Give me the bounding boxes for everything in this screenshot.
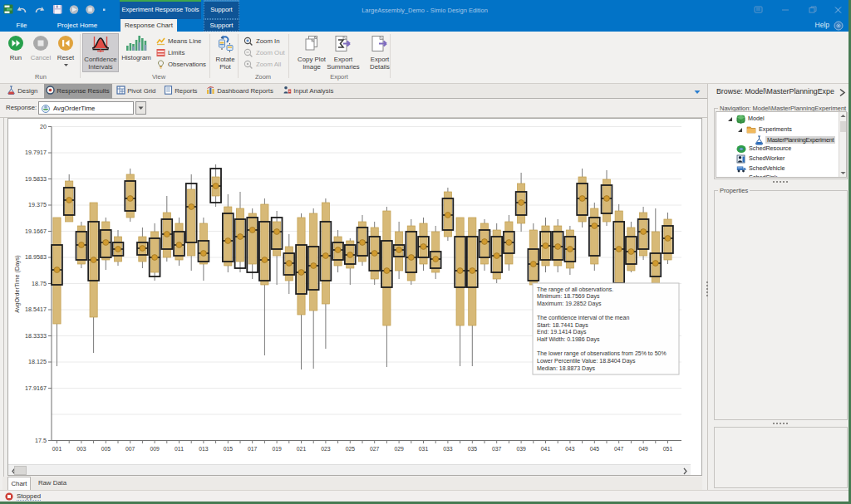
svg-text:021: 021	[297, 446, 307, 452]
svg-text:049: 049	[638, 446, 648, 452]
svg-text:003: 003	[76, 446, 86, 452]
svg-text:051: 051	[663, 446, 673, 452]
svg-text:19.375: 19.375	[28, 201, 47, 208]
svg-text:Maximum: 19.2852 Days: Maximum: 19.2852 Days	[537, 301, 602, 307]
svg-text:The lower range of observation: The lower range of observations from 25%…	[537, 350, 667, 357]
svg-text:Start: 18.7441 Days: Start: 18.7441 Days	[537, 322, 588, 329]
svg-text:019: 019	[272, 446, 282, 452]
svg-text:013: 013	[199, 446, 209, 452]
svg-text:18.3333: 18.3333	[25, 332, 47, 340]
svg-text:18.75: 18.75	[32, 280, 47, 287]
svg-text:029: 029	[394, 446, 404, 452]
svg-text:18.125: 18.125	[28, 358, 47, 365]
svg-text:035: 035	[468, 446, 478, 452]
svg-text:The confidence interval of the: The confidence interval of the mean	[537, 315, 629, 321]
svg-text:The range of all observations.: The range of all observations.	[537, 286, 613, 293]
svg-text:19.5833: 19.5833	[25, 175, 47, 183]
svg-text:027: 027	[370, 446, 380, 452]
svg-text:045: 045	[590, 446, 600, 452]
svg-text:041: 041	[541, 446, 551, 452]
svg-text:039: 039	[516, 446, 526, 452]
svg-text:19.1667: 19.1667	[25, 228, 47, 235]
svg-text:18.5417: 18.5417	[25, 306, 47, 313]
svg-text:20: 20	[40, 123, 47, 130]
svg-text:031: 031	[419, 446, 429, 452]
svg-text:047: 047	[614, 446, 624, 452]
svg-text:Half Width: 0.1986 Days: Half Width: 0.1986 Days	[537, 336, 600, 343]
svg-text:011: 011	[175, 446, 184, 452]
svg-text:17.5: 17.5	[35, 437, 47, 444]
svg-text:043: 043	[565, 446, 575, 452]
svg-text:017: 017	[248, 446, 258, 452]
svg-text:007: 007	[125, 446, 135, 452]
svg-text:Lower Percentile Value: 18.840: Lower Percentile Value: 18.8404 Days	[537, 358, 636, 365]
svg-text:033: 033	[443, 446, 453, 452]
svg-text:001: 001	[52, 446, 62, 452]
svg-text:023: 023	[321, 446, 331, 452]
svg-text:AvgOrderTime (Days): AvgOrderTime (Days)	[13, 255, 21, 313]
svg-text:037: 037	[492, 446, 502, 452]
svg-text:18.9583: 18.9583	[25, 253, 47, 261]
svg-text:19.7917: 19.7917	[25, 149, 47, 156]
svg-text:End: 19.1414 Days: End: 19.1414 Days	[537, 329, 587, 335]
svg-text:Median: 18.8873 Days: Median: 18.8873 Days	[537, 365, 596, 372]
svg-text:17.9167: 17.9167	[25, 384, 47, 392]
svg-text:025: 025	[346, 446, 356, 452]
svg-text:Minimum: 18.7569 Days: Minimum: 18.7569 Days	[537, 293, 600, 300]
svg-text:009: 009	[150, 446, 160, 452]
svg-text:005: 005	[101, 446, 111, 452]
svg-text:015: 015	[224, 446, 234, 452]
